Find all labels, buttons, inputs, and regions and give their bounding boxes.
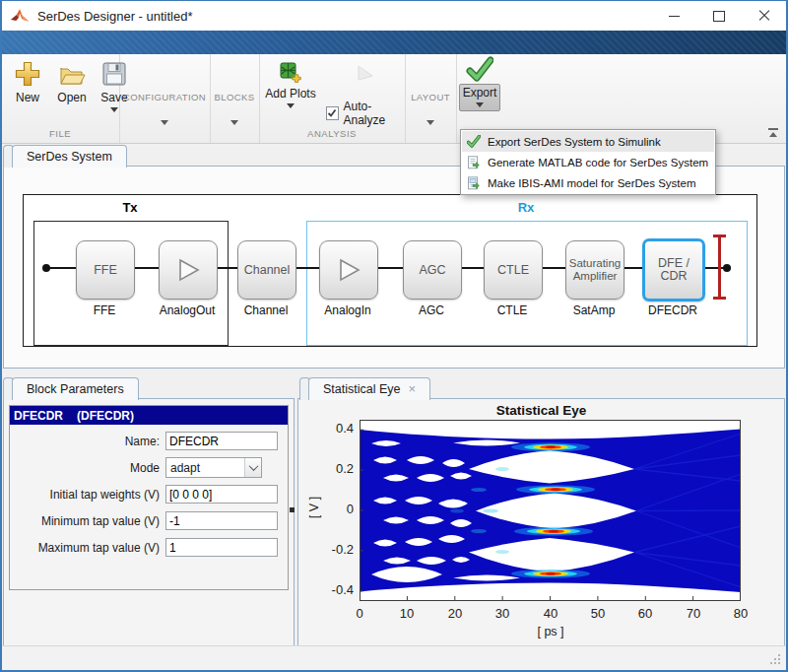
block-ffe[interactable]: FFE — [76, 240, 135, 300]
minimum-tap-value-input[interactable] — [165, 511, 278, 530]
blocks-label: BLOCKS — [210, 92, 259, 102]
add-plots-dropdown-arrow[interactable] — [287, 103, 295, 108]
block-satamp[interactable]: Saturating Amplifier — [565, 240, 624, 300]
export-button[interactable]: Export — [460, 56, 499, 111]
block-analog-out[interactable] — [159, 240, 218, 300]
mode-select[interactable]: adapt — [165, 457, 262, 478]
block-agc[interactable]: AGC — [403, 240, 462, 300]
field-row-mode: Mode adapt — [10, 457, 288, 478]
auto-analyze-checkbox[interactable]: Auto-Analyze — [326, 100, 405, 127]
new-button[interactable]: New — [9, 60, 46, 104]
close-button[interactable] — [742, 1, 787, 31]
collapse-ribbon-icon — [768, 128, 778, 130]
blocks-dropdown-arrow[interactable] — [230, 120, 238, 125]
amplifier-triangle-icon — [173, 255, 203, 285]
layout-label: LAYOUT — [405, 92, 456, 102]
x-tick: 30 — [487, 606, 518, 621]
menu-item-generate-matlab-code[interactable]: Generate MATLAB code for SerDes System — [462, 152, 714, 172]
x-tick: 60 — [629, 606, 661, 621]
configuration-dropdown-arrow[interactable] — [161, 120, 168, 125]
field-row-initial-taps: Initial tap weights (V) — [10, 484, 288, 504]
section-layout[interactable]: LAYOUT — [405, 54, 457, 143]
matlab-logo-icon — [10, 7, 30, 25]
block-channel[interactable]: Channel — [237, 240, 296, 300]
block-ctle[interactable]: CTLE — [484, 240, 543, 300]
section-analysis: Add Plots Auto-Analyze ANALYSIS — [259, 54, 406, 143]
section-configuration[interactable]: CONFIGURATION — [119, 54, 211, 143]
tx-group-label: Tx — [33, 200, 227, 215]
crossing-hotspots — [511, 442, 595, 578]
configuration-label: CONFIGURATION — [119, 92, 210, 102]
simulink-check-icon — [467, 135, 481, 148]
collapse-ribbon-button[interactable] — [767, 128, 779, 137]
field-row-name: Name: — [10, 431, 288, 451]
ibis-ami-model-icon — [467, 176, 481, 190]
export-check-icon — [466, 56, 493, 82]
y-tick: 0.2 — [316, 461, 354, 476]
auto-analyze-label: Auto-Analyze — [344, 100, 406, 127]
window-title: SerDes Designer - untitled* — [37, 9, 193, 24]
layout-dropdown-arrow[interactable] — [427, 120, 434, 125]
toolstrip-tab-bar — [1, 31, 787, 54]
section-blocks[interactable]: BLOCKS — [210, 54, 260, 143]
resize-grip[interactable] — [778, 662, 780, 664]
maximize-button[interactable] — [696, 1, 742, 31]
maximum-tap-value-input[interactable] — [165, 538, 278, 557]
export-menu: Export SerDes System to Simulink Generat… — [460, 129, 716, 195]
new-file-icon — [14, 60, 41, 88]
export-button-pressed[interactable]: Export — [459, 84, 500, 111]
titlebar: SerDes Designer - untitled* — [1, 1, 787, 31]
status-bar — [1, 645, 787, 670]
x-tick: 40 — [535, 606, 566, 621]
menu-item-make-ibis-ami[interactable]: Make IBIS-AMI model for SerDes System — [462, 172, 714, 193]
name-input[interactable] — [165, 432, 278, 450]
insertion-marker — [713, 235, 726, 300]
minimize-button[interactable] — [651, 1, 696, 31]
input-node — [42, 264, 50, 272]
x-tick: 80 — [725, 606, 756, 621]
parameters-header: DFECDR (DFECDR) — [10, 406, 288, 425]
analyze-icon-disabled — [354, 61, 377, 85]
plot-title: Statistical Eye — [298, 403, 784, 418]
signal-wire — [46, 267, 731, 269]
add-plots-button[interactable]: Add Plots — [263, 62, 318, 108]
block-parameters-panel: DFECDR (DFECDR) Name: Mode adapt Initial… — [3, 398, 295, 646]
x-tick: 70 — [678, 606, 709, 621]
open-button[interactable]: Open — [52, 60, 92, 104]
serdes-diagram-canvas[interactable]: Tx Rx FFE FFE AnalogOut Channel Channel … — [23, 194, 757, 347]
y-tick: -0.4 — [316, 582, 354, 597]
x-tick: 10 — [391, 606, 423, 621]
section-file: New Open Save FILE — [1, 54, 120, 143]
tab-statistical-eye[interactable]: Statistical Eye × — [308, 377, 430, 400]
tab-serdes-system[interactable]: SerDes System — [12, 145, 127, 168]
initial-tap-weights-input[interactable] — [165, 485, 278, 504]
chevron-down-icon — [244, 458, 261, 477]
block-dfecdr-selected[interactable]: DFE / CDR — [642, 238, 705, 302]
rx-group-label: Rx — [306, 200, 746, 215]
panel-splitter-handle[interactable] — [290, 507, 295, 512]
y-tick: -0.2 — [316, 542, 354, 557]
checkbox-checked-icon — [326, 106, 339, 120]
save-dropdown-arrow[interactable] — [110, 107, 118, 112]
x-tick: 50 — [582, 606, 614, 621]
maximize-icon — [713, 11, 725, 22]
eye-diagram-heatmap — [360, 420, 741, 601]
open-folder-icon — [58, 60, 86, 88]
export-dropdown-arrow — [476, 102, 484, 107]
field-row-min-tap: Minimum tap value (V) — [10, 510, 288, 531]
block-analog-in[interactable] — [319, 240, 378, 300]
close-tab-icon[interactable]: × — [409, 384, 417, 394]
dfecdr-parameters-group: DFECDR (DFECDR) Name: Mode adapt Initial… — [9, 405, 289, 590]
add-plots-icon — [280, 62, 301, 84]
eye-diagram-plot — [360, 420, 741, 601]
minimize-icon — [669, 16, 680, 17]
y-tick: 0.4 — [316, 421, 354, 436]
field-row-max-tap: Maximum tap value (V) — [10, 537, 288, 558]
x-tick: 20 — [439, 606, 471, 621]
menu-item-export-simulink[interactable]: Export SerDes System to Simulink — [462, 131, 714, 152]
tab-block-parameters[interactable]: Block Parameters — [12, 377, 139, 400]
serdes-system-panel: Tx Rx FFE FFE AnalogOut Channel Channel … — [3, 166, 785, 369]
matlab-code-icon — [467, 156, 481, 169]
y-axis-label: [ V ] — [307, 488, 321, 527]
y-tick: 0 — [316, 502, 354, 516]
